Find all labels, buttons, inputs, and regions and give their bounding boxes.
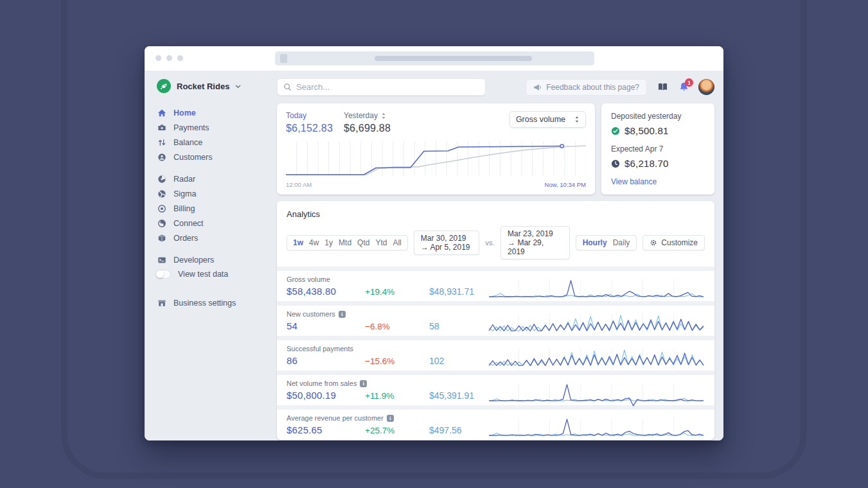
vs-label: vs.: [485, 239, 495, 247]
payments-icon: [157, 123, 166, 132]
sidebar-item-billing[interactable]: Billing: [157, 201, 261, 216]
check-circle-icon: [611, 126, 620, 135]
sparkline-chart: [488, 417, 705, 440]
window-maximize-button[interactable]: [177, 55, 183, 61]
business-settings-icon: [157, 298, 166, 308]
sparkline-chart: [488, 313, 705, 337]
notification-badge: 1: [685, 78, 693, 87]
axis-start-label: 12:00 AM: [286, 181, 312, 188]
granularity-toggle[interactable]: Hourly Daily: [576, 235, 637, 250]
compare-date-range-button[interactable]: Mar 23, 2019 → Mar 29, 2019: [500, 226, 570, 259]
sigma-icon: [157, 189, 166, 198]
select-chevrons-icon: [574, 116, 580, 123]
primary-date-range-button[interactable]: Mar 30, 2019 → Apr 5, 2019: [414, 231, 480, 255]
connect-icon: [157, 218, 166, 228]
feedback-button[interactable]: Feedback about this page?: [526, 79, 647, 96]
metric-value: $58,438.80: [287, 286, 365, 297]
volume-overview-card: Today $6,152.83 Yesterday $6,699.88 Gros…: [277, 103, 595, 195]
analytics-title: Analytics: [287, 209, 705, 219]
search-input[interactable]: Search...: [277, 78, 486, 96]
user-avatar[interactable]: [698, 79, 714, 95]
metric-delta: +25.7%: [365, 426, 429, 435]
analytics-card: Analytics 1w 4w 1y Mtd Qtd Ytd All Mar: [277, 201, 714, 440]
preset-1w[interactable]: 1w: [293, 238, 303, 247]
metric-value: $50,800.19: [287, 390, 365, 401]
yesterday-label: Yesterday: [344, 111, 378, 120]
radar-icon: [157, 174, 166, 184]
preset-qtd[interactable]: Qtd: [357, 238, 369, 247]
window-minimize-button[interactable]: [166, 55, 172, 61]
preset-1y[interactable]: 1y: [324, 238, 333, 247]
row-divider: [277, 266, 714, 271]
customize-button[interactable]: Customize: [642, 235, 705, 250]
customers-icon: [157, 152, 166, 162]
sparkline-chart: [488, 347, 705, 372]
megaphone-icon: [533, 83, 542, 91]
info-icon[interactable]: i: [387, 415, 394, 422]
sidebar: Rocket Rides Home Payments Balance Custo…: [145, 71, 267, 440]
window-controls[interactable]: [155, 55, 183, 61]
account-switcher[interactable]: Rocket Rides: [157, 79, 261, 93]
expected-label: Expected Apr 7: [611, 144, 705, 153]
preset-all[interactable]: All: [393, 238, 401, 247]
account-name: Rocket Rides: [177, 82, 229, 91]
developers-icon: [157, 255, 166, 265]
sidebar-item-sigma[interactable]: Sigma: [157, 186, 261, 201]
sidebar-item-radar[interactable]: Radar: [157, 171, 261, 186]
search-icon: [283, 83, 292, 91]
sidebar-item-customers[interactable]: Customers: [157, 150, 261, 164]
gear-icon: [650, 239, 657, 247]
metric-row-successful-payments[interactable]: Successful payments 86 −15.6% 102: [277, 340, 714, 370]
comparison-selector[interactable]: Yesterday: [344, 111, 391, 120]
notifications-button[interactable]: 1: [678, 82, 689, 92]
sidebar-item-payments[interactable]: Payments: [157, 120, 261, 135]
metric-delta: +19.4%: [365, 287, 429, 297]
sidebar-item-connect[interactable]: Connect: [157, 216, 261, 231]
metric-select-dropdown[interactable]: Gross volume: [509, 111, 586, 128]
clock-icon: [611, 159, 620, 168]
sidebar-item-balance[interactable]: Balance: [157, 135, 261, 150]
sidebar-item-home[interactable]: Home: [157, 105, 261, 120]
date-range-presets[interactable]: 1w 4w 1y Mtd Qtd Ytd All: [287, 235, 408, 250]
granularity-hourly[interactable]: Hourly: [583, 238, 607, 247]
metric-previous-value: 58: [429, 321, 488, 331]
metric-row-new-customers[interactable]: New customersi 54 −6.8% 58: [277, 306, 714, 336]
window-close-button[interactable]: [155, 55, 161, 61]
orders-icon: [157, 233, 166, 243]
info-icon[interactable]: i: [360, 380, 367, 387]
sort-toggle-icon: [381, 112, 386, 119]
preset-mtd[interactable]: Mtd: [339, 238, 351, 247]
yesterday-value: $6,699.88: [344, 123, 391, 134]
sidebar-item-developers[interactable]: Developers: [157, 252, 261, 267]
gross-volume-chart[interactable]: [286, 140, 586, 179]
metric-delta: −15.6%: [365, 356, 429, 366]
metric-row-average-revenue[interactable]: Average revenue per customeri $625.65 +2…: [277, 410, 714, 440]
toggle-switch-off[interactable]: [155, 270, 171, 279]
deposits-card: Deposited yesterday $8,500.81 Expected A…: [601, 103, 714, 195]
metric-previous-value: $497.56: [429, 425, 488, 435]
url-text-placeholder: [375, 56, 532, 61]
metric-previous-value: $45,391.91: [429, 390, 488, 401]
view-test-data-toggle[interactable]: View test data: [157, 267, 261, 281]
docs-button[interactable]: [657, 82, 668, 92]
sidebar-item-business-settings[interactable]: Business settings: [157, 295, 261, 310]
metric-value: 86: [287, 355, 365, 366]
sidebar-item-orders[interactable]: Orders: [157, 231, 261, 245]
info-icon[interactable]: i: [339, 311, 346, 318]
metric-row-gross-volume[interactable]: Gross volume $58,438.80 +19.4% $48,931.7…: [277, 271, 714, 301]
deposited-label: Deposited yesterday: [611, 112, 705, 121]
home-icon: [157, 108, 166, 118]
browser-chrome: [145, 46, 723, 71]
metric-row-net-volume[interactable]: Net volume from salesi $50,800.19 +11.9%…: [277, 375, 714, 405]
preset-ytd[interactable]: Ytd: [375, 238, 387, 247]
deposited-value: $8,500.81: [624, 125, 669, 136]
balance-icon: [157, 137, 166, 147]
view-balance-link[interactable]: View balance: [611, 177, 705, 186]
metric-value: $625.65: [287, 424, 365, 435]
chart-x-axis: 12:00 AM Now, 10:34 PM: [286, 181, 586, 188]
preset-4w[interactable]: 4w: [309, 238, 319, 247]
metric-delta: +11.9%: [365, 391, 429, 401]
metric-value: 54: [287, 320, 365, 331]
granularity-daily[interactable]: Daily: [613, 238, 630, 247]
address-bar[interactable]: [275, 51, 594, 65]
